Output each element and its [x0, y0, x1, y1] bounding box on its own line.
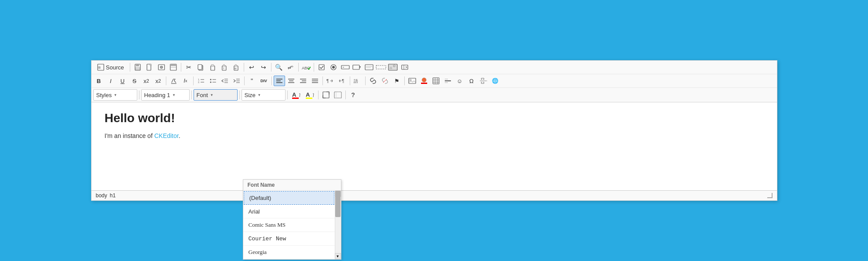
- separator: [287, 91, 288, 99]
- scroll-down-arrow[interactable]: ▼: [335, 253, 341, 259]
- show-blocks-button[interactable]: [332, 90, 344, 100]
- toolbar-row-1: ⊞ Source: [92, 61, 777, 74]
- heading-select[interactable]: Heading 1 ▾: [141, 89, 190, 101]
- smiley-button[interactable]: ☺: [454, 76, 465, 86]
- text-color-button[interactable]: A: [289, 90, 303, 100]
- table-button[interactable]: [430, 76, 442, 86]
- special-char-button[interactable]: Ω: [466, 76, 477, 86]
- styles-arrow: ▾: [114, 93, 117, 97]
- page-break-button[interactable]: [478, 76, 489, 86]
- font-option-default[interactable]: (Default): [244, 191, 334, 205]
- hiddenfield-button[interactable]: [375, 62, 387, 72]
- paste-word-button[interactable]: W: [231, 62, 242, 72]
- svg-rect-11: [170, 64, 176, 66]
- show-blocks-icon: [334, 91, 342, 98]
- clear-format-button[interactable]: Ix: [180, 76, 191, 86]
- blockquote-button[interactable]: ": [246, 76, 258, 86]
- italic-button[interactable]: I: [105, 76, 117, 86]
- font-option-courier-new[interactable]: Courier New: [243, 232, 335, 246]
- help-button[interactable]: ?: [348, 90, 359, 100]
- bg-color-button[interactable]: A: [303, 90, 316, 100]
- bidi-rtl-button[interactable]: ¶: [337, 76, 348, 86]
- textfield-button[interactable]: [340, 62, 351, 72]
- redo-button[interactable]: ↪: [258, 62, 269, 72]
- checkbox-button[interactable]: [316, 62, 327, 72]
- ordered-list-button[interactable]: 1. 2.: [195, 76, 207, 86]
- scrollbar-thumb[interactable]: [335, 191, 341, 217]
- svg-rect-29: [341, 65, 349, 69]
- color-button[interactable]: [418, 76, 430, 86]
- indent-increase-button[interactable]: [231, 76, 242, 86]
- div-icon: DIV: [260, 79, 267, 83]
- svg-rect-75: [421, 83, 427, 84]
- find-button[interactable]: 🔍: [273, 62, 285, 72]
- subscript-button[interactable]: x2: [141, 76, 152, 86]
- unlink-button[interactable]: [379, 76, 391, 86]
- align-center-button[interactable]: [286, 76, 297, 86]
- styles-select[interactable]: Styles ▾: [93, 89, 137, 101]
- templates-button[interactable]: [168, 62, 179, 72]
- radio-button[interactable]: [328, 62, 339, 72]
- svg-point-9: [161, 67, 162, 68]
- save-button[interactable]: [132, 62, 143, 72]
- svg-rect-35: [376, 65, 386, 69]
- superscript-button[interactable]: x2: [153, 76, 164, 86]
- toolbar-extra[interactable]: [399, 62, 410, 72]
- paste-button[interactable]: [207, 62, 218, 72]
- cut-button[interactable]: ✂: [183, 62, 194, 72]
- indent-decrease-button[interactable]: [219, 76, 231, 86]
- align-right-button[interactable]: [297, 76, 309, 86]
- font-option-georgia[interactable]: Georgia: [243, 246, 335, 259]
- undo-button[interactable]: ↩: [246, 62, 257, 72]
- select-button[interactable]: [352, 62, 363, 72]
- svg-text:ab: ab: [290, 65, 293, 68]
- svg-rect-89: [323, 92, 329, 98]
- underline-button[interactable]: U: [117, 76, 128, 86]
- div-button[interactable]: DIV: [258, 76, 270, 86]
- hiddenfield-icon: [376, 64, 386, 71]
- scrollbar-track: ▲ ▼: [335, 191, 341, 259]
- replace-button[interactable]: ⇄ ab: [285, 62, 297, 72]
- resize-handle[interactable]: [767, 193, 773, 198]
- image-map-button[interactable]: ⌂: [387, 62, 399, 72]
- separator: [322, 76, 323, 85]
- paste-plain-button[interactable]: T: [219, 62, 230, 72]
- unordered-list-button[interactable]: [207, 76, 219, 86]
- justify-button[interactable]: [309, 76, 321, 86]
- svg-rect-90: [334, 92, 341, 98]
- align-right-icon: [300, 77, 307, 84]
- font-select[interactable]: Font ▾: [194, 89, 238, 101]
- bidi-rtl-icon: ¶: [338, 77, 346, 84]
- new-page-button[interactable]: [144, 62, 155, 72]
- preview-button[interactable]: [156, 62, 167, 72]
- hr-button[interactable]: [442, 76, 454, 86]
- remove-format-button[interactable]: [168, 76, 179, 86]
- svg-text:T: T: [223, 67, 224, 70]
- ckeditor-link[interactable]: CKEditor: [154, 132, 179, 139]
- font-option-comic-sans[interactable]: Comic Sans MS: [243, 218, 335, 232]
- svg-text:W: W: [234, 67, 237, 70]
- textarea-button[interactable]: [363, 62, 375, 72]
- language-button[interactable]: 語: [352, 76, 363, 86]
- toolbar-extra-icon: [401, 64, 408, 71]
- paragraph-end: .: [179, 132, 180, 139]
- link-button[interactable]: [367, 76, 379, 86]
- image-button[interactable]: [407, 76, 418, 86]
- svg-text:¶: ¶: [326, 79, 329, 83]
- editor-content[interactable]: Hello world! I'm an instance of CKEditor…: [92, 102, 777, 190]
- bidi-ltr-button[interactable]: ¶: [325, 76, 336, 86]
- spellcheck-button[interactable]: ABC: [300, 62, 312, 72]
- anchor-button[interactable]: ⚑: [391, 76, 403, 86]
- select-icon: [352, 64, 362, 71]
- size-select[interactable]: Size ▾: [242, 89, 286, 101]
- maximize-button[interactable]: [320, 90, 332, 100]
- iframe-button[interactable]: 🌐: [490, 76, 501, 86]
- strike-button[interactable]: S: [129, 76, 140, 86]
- bold-button[interactable]: B: [93, 76, 105, 86]
- status-h1: h1: [110, 192, 116, 199]
- align-left-button[interactable]: [274, 76, 285, 86]
- source-button[interactable]: ⊞ Source: [93, 62, 128, 72]
- copy-button[interactable]: [195, 62, 206, 72]
- font-option-arial[interactable]: Arial: [243, 205, 335, 218]
- save-icon: [134, 64, 141, 71]
